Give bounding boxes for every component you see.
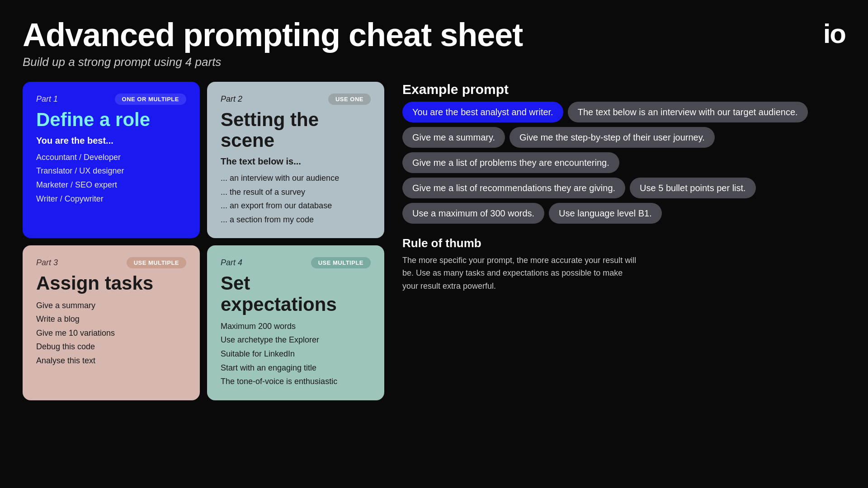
- part4-title: Set expectations: [221, 273, 371, 314]
- part2-subtitle: The text below is...: [221, 156, 371, 167]
- part4-header: Part 4 USE MULTIPLE: [221, 257, 371, 268]
- page-subtitle: Build up a strong prompt using 4 parts: [23, 55, 845, 69]
- list-item: Writer / Copywriter: [36, 192, 186, 206]
- part4-label: Part 4: [221, 258, 242, 267]
- part2-header: Part 2 USE ONE: [221, 94, 371, 105]
- rule-of-thumb-title: Rule of thumb: [402, 236, 845, 250]
- prompt-bubbles: You are the best analyst and writer. The…: [402, 102, 845, 224]
- part4-badge: USE MULTIPLE: [311, 257, 371, 268]
- part1-list: Accountant / Developer Translator / UX d…: [36, 150, 186, 206]
- part2-badge: USE ONE: [328, 94, 371, 105]
- right-panel: Example prompt You are the best analyst …: [402, 82, 845, 400]
- bubble-7: Use a maximum of 300 words.: [402, 203, 544, 224]
- part4-list: Maximum 200 words Use archetype the Expl…: [221, 319, 371, 389]
- bubble-5: Give me a list of recommendations they a…: [402, 178, 625, 198]
- list-item: Translator / UX designer: [36, 164, 186, 178]
- part3-title: Assign tasks: [36, 273, 186, 294]
- part3-badge: USE MULTIPLE: [127, 257, 186, 268]
- list-item: ... the result of a survey: [221, 185, 371, 199]
- part1-card: Part 1 ONE OR MULTIPLE Define a role You…: [23, 82, 200, 239]
- bubble-2: Give me a summary.: [402, 127, 505, 148]
- list-item: ... an export from our database: [221, 199, 371, 213]
- list-item: Start with an engaging title: [221, 361, 371, 375]
- bubble-1: The text below is an interview with our …: [568, 102, 808, 122]
- part1-label: Part 1: [36, 94, 58, 104]
- part1-header: Part 1 ONE OR MULTIPLE: [36, 94, 186, 105]
- cards-grid: Part 1 ONE OR MULTIPLE Define a role You…: [23, 82, 384, 400]
- list-item: Maximum 200 words: [221, 319, 371, 333]
- part3-list: Give a summary Write a blog Give me 10 v…: [36, 299, 186, 368]
- list-item: Give me 10 variations: [36, 326, 186, 340]
- part1-subtitle: You are the best...: [36, 136, 186, 146]
- list-item: Analyse this text: [36, 354, 186, 368]
- list-item: Use archetype the Explorer: [221, 333, 371, 347]
- example-prompt-section: Example prompt You are the best analyst …: [402, 82, 845, 224]
- list-item: Give a summary: [36, 299, 186, 313]
- bubble-4: Give me a list of problems they are enco…: [402, 152, 619, 173]
- part2-title: Setting the scene: [221, 109, 371, 151]
- page-title: Advanced prompting cheat sheet: [23, 18, 845, 52]
- part3-header: Part 3 USE MULTIPLE: [36, 257, 186, 268]
- list-item: Debug this code: [36, 340, 186, 354]
- logo: io: [823, 18, 845, 49]
- rule-of-thumb-text: The more specific your prompt, the more …: [402, 254, 637, 293]
- part3-label: Part 3: [36, 258, 58, 267]
- part4-card: Part 4 USE MULTIPLE Set expectations Max…: [207, 245, 384, 400]
- list-item: ... a section from my code: [221, 213, 371, 227]
- part1-badge: ONE OR MULTIPLE: [115, 94, 186, 105]
- bubble-0: You are the best analyst and writer.: [402, 102, 563, 122]
- bubble-6: Use 5 bullet points per list.: [630, 178, 756, 198]
- part1-title: Define a role: [36, 109, 186, 130]
- part3-card: Part 3 USE MULTIPLE Assign tasks Give a …: [23, 245, 200, 400]
- bubble-3: Give me the step-by-step of their user j…: [509, 127, 715, 148]
- part2-card: Part 2 USE ONE Setting the scene The tex…: [207, 82, 384, 239]
- rule-of-thumb-section: Rule of thumb The more specific your pro…: [402, 236, 845, 293]
- list-item: The tone-of-voice is enthusiastic: [221, 375, 371, 389]
- list-item: Marketer / SEO expert: [36, 178, 186, 192]
- part2-list: ... an interview with our audience ... t…: [221, 171, 371, 226]
- example-prompt-title: Example prompt: [402, 82, 845, 97]
- part2-label: Part 2: [221, 94, 242, 104]
- bubble-8: Use language level B1.: [549, 203, 662, 224]
- list-item: ... an interview with our audience: [221, 171, 371, 185]
- list-item: Write a blog: [36, 312, 186, 326]
- list-item: Suitable for LinkedIn: [221, 347, 371, 361]
- list-item: Accountant / Developer: [36, 150, 186, 164]
